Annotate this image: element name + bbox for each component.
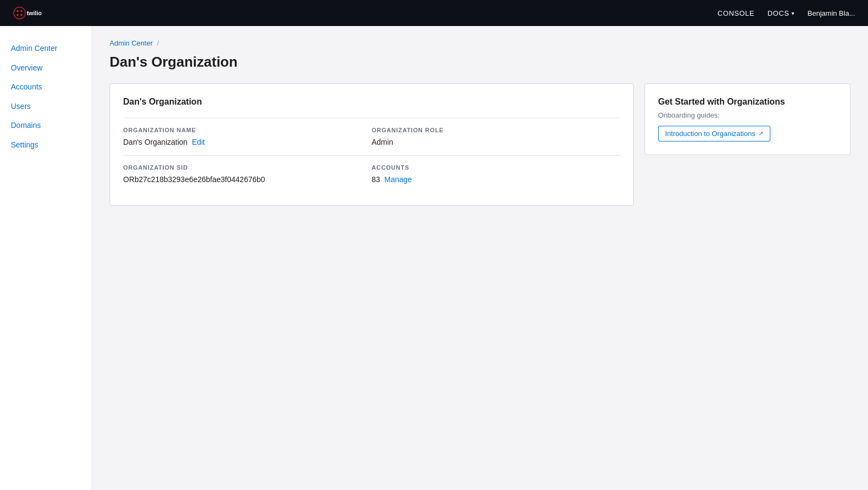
org-card-title: Dan's Organization: [123, 97, 620, 107]
org-role-cell: ORGANIZATION ROLE Admin: [372, 118, 620, 155]
topnav-right: CONSOLE DOCS Benjamin Bla...: [718, 9, 855, 17]
org-name-label: ORGANIZATION NAME: [123, 127, 372, 133]
org-card: Dan's Organization ORGANIZATION NAME Dan…: [110, 83, 634, 206]
svg-point-1: [17, 10, 19, 12]
breadcrumb-separator: /: [157, 39, 159, 47]
edit-org-link[interactable]: Edit: [192, 138, 205, 146]
org-sid-cell: ORGANIZATION SID ORb27c218b3293e6e26bfae…: [123, 155, 372, 192]
external-link-icon: ↗: [758, 130, 763, 137]
sidebar-item-overview[interactable]: Overview: [0, 59, 92, 78]
page-title: Dan's Organization: [110, 54, 851, 70]
org-name-text: Dan's Organization: [123, 138, 188, 146]
intro-link-label: Introduction to Organizations: [665, 130, 755, 138]
manage-accounts-link[interactable]: Manage: [385, 175, 412, 184]
org-sid-text: ORb27c218b3293e6e26bfae3f0442676b0: [123, 175, 265, 184]
brand-logo[interactable]: twilio: [13, 7, 52, 20]
sidebar-item-users[interactable]: Users: [0, 97, 92, 117]
svg-point-0: [14, 7, 25, 19]
get-started-subtitle: Onboarding guides:: [658, 111, 837, 119]
get-started-title: Get Started with Organizations: [658, 97, 837, 107]
sidebar-item-settings[interactable]: Settings: [0, 136, 92, 155]
accounts-value: 83 Manage: [372, 175, 620, 184]
org-role-text: Admin: [372, 138, 393, 146]
sidebar-item-accounts[interactable]: Accounts: [0, 78, 92, 97]
org-name-value: Dan's Organization Edit: [123, 138, 372, 146]
intro-organizations-link[interactable]: Introduction to Organizations ↗: [658, 126, 770, 141]
org-sid-value: ORb27c218b3293e6e26bfae3f0442676b0: [123, 175, 372, 184]
org-info-grid: ORGANIZATION NAME Dan's Organization Edi…: [123, 118, 620, 192]
main-content: Admin Center / Dan's Organization Dan's …: [92, 26, 868, 490]
accounts-label: ACCOUNTS: [372, 164, 620, 171]
svg-point-3: [17, 14, 19, 16]
docs-link[interactable]: DOCS: [768, 9, 795, 17]
svg-point-2: [21, 10, 23, 12]
accounts-count: 83: [372, 175, 380, 184]
console-link[interactable]: CONSOLE: [718, 9, 755, 17]
page-layout: Admin Center Overview Accounts Users Dom…: [0, 0, 868, 490]
org-name-cell: ORGANIZATION NAME Dan's Organization Edi…: [123, 118, 372, 155]
get-started-card: Get Started with Organizations Onboardin…: [644, 83, 851, 155]
svg-text:twilio: twilio: [27, 10, 42, 16]
content-grid: Dan's Organization ORGANIZATION NAME Dan…: [110, 83, 851, 206]
user-menu[interactable]: Benjamin Bla...: [808, 9, 855, 17]
sidebar: Admin Center Overview Accounts Users Dom…: [0, 26, 92, 490]
org-sid-label: ORGANIZATION SID: [123, 164, 372, 171]
accounts-cell: ACCOUNTS 83 Manage: [372, 155, 620, 192]
breadcrumb: Admin Center /: [110, 39, 851, 47]
breadcrumb-root[interactable]: Admin Center: [110, 39, 152, 47]
svg-point-4: [21, 14, 23, 16]
org-role-label: ORGANIZATION ROLE: [372, 127, 620, 133]
org-role-value: Admin: [372, 138, 620, 146]
sidebar-item-domains[interactable]: Domains: [0, 116, 92, 136]
sidebar-item-admin-center[interactable]: Admin Center: [0, 39, 92, 59]
top-navigation: twilio CONSOLE DOCS Benjamin Bla...: [0, 0, 868, 26]
